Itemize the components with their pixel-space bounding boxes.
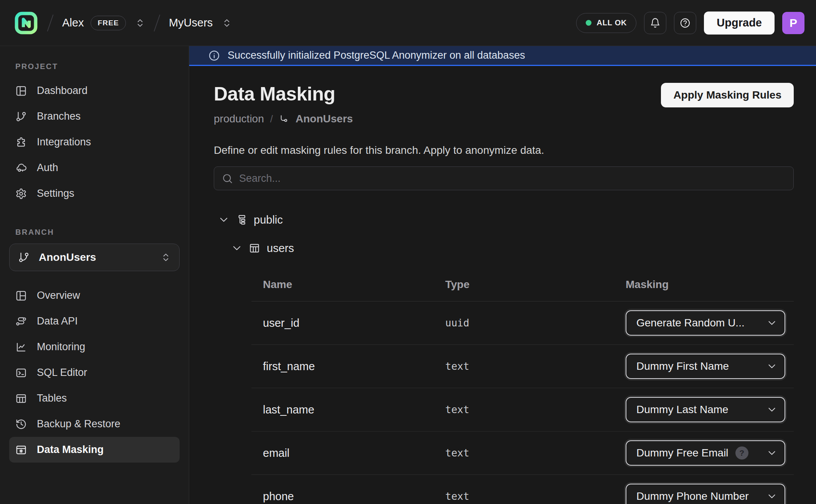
sidebar-item-label: Settings bbox=[37, 188, 74, 199]
masking-rule-select[interactable]: Dummy Free Email ? bbox=[626, 440, 785, 466]
sidebar-item[interactable]: Integrations bbox=[9, 129, 180, 155]
branch-child-icon bbox=[279, 114, 289, 124]
status-ok-dot-icon bbox=[586, 20, 591, 26]
schema-name: public bbox=[254, 214, 283, 226]
system-status-pill[interactable]: ALL OK bbox=[576, 13, 636, 33]
sidebar-item[interactable]: Settings bbox=[9, 181, 180, 206]
sidebar-item-label: Monitoring bbox=[37, 341, 85, 353]
masking-rules-table: Name Type Masking user_id uuid bbox=[251, 268, 794, 504]
sidebar-item[interactable]: Overview bbox=[9, 283, 180, 308]
sidebar-item[interactable]: Auth bbox=[9, 155, 180, 181]
plan-badge: FREE bbox=[91, 16, 126, 30]
apply-masking-rules-button[interactable]: Apply Masking Rules bbox=[661, 83, 794, 107]
masking-rule-value: Dummy Phone Number bbox=[636, 490, 749, 502]
info-icon bbox=[208, 50, 220, 61]
masking-rule-select[interactable]: Dummy Last Name bbox=[626, 397, 785, 422]
search-icon bbox=[222, 173, 233, 184]
sidebar-item[interactable]: Branches bbox=[9, 104, 180, 129]
sidebar-item-label: Overview bbox=[37, 290, 80, 301]
masking-rule-select[interactable]: Generate Random U... bbox=[626, 310, 785, 336]
sidebar-item-label: SQL Editor bbox=[37, 367, 87, 379]
sidebar-item-icon bbox=[15, 316, 27, 327]
sidebar-item-icon bbox=[15, 85, 27, 97]
section-spacer bbox=[9, 206, 180, 222]
search-box bbox=[214, 166, 794, 190]
masking-rule-select[interactable]: Dummy Phone Number bbox=[626, 484, 785, 504]
schema-tree: public users Name Type Masking bbox=[214, 211, 794, 504]
notifications-button[interactable] bbox=[644, 12, 666, 34]
sidebar-item-label: Data Masking bbox=[37, 444, 104, 456]
project-selector[interactable]: MyUsers bbox=[169, 16, 232, 29]
sidebar-item[interactable]: Data API bbox=[9, 308, 180, 334]
masking-rule-value: Dummy First Name bbox=[636, 360, 729, 372]
search-input[interactable] bbox=[239, 173, 786, 184]
column-header-type: Type bbox=[445, 278, 626, 291]
tree-row-schema[interactable]: public bbox=[214, 211, 794, 229]
sidebar-item[interactable]: Data Masking bbox=[9, 437, 180, 463]
chevron-down-icon bbox=[767, 405, 777, 415]
branch-selector[interactable]: AnonUsers bbox=[9, 244, 180, 271]
column-header-name: Name bbox=[251, 278, 445, 291]
help-icon bbox=[680, 18, 690, 28]
chevron-down-icon bbox=[767, 491, 777, 501]
sidebar-item[interactable]: Tables bbox=[9, 385, 180, 411]
column-type-cell: text bbox=[445, 447, 626, 459]
sidebar-item[interactable]: Dashboard bbox=[9, 78, 180, 104]
chevron-down-icon bbox=[767, 318, 777, 328]
status-label: ALL OK bbox=[596, 18, 627, 27]
breadcrumb-slash-icon bbox=[47, 14, 54, 31]
masking-rule-value: Dummy Last Name bbox=[636, 404, 728, 416]
column-header-masking: Masking bbox=[626, 278, 794, 291]
table-name: users bbox=[267, 242, 294, 255]
sidebar-item-icon bbox=[15, 188, 27, 199]
sidebar-item-icon bbox=[15, 444, 27, 456]
table-header-row: Name Type Masking bbox=[251, 268, 794, 301]
column-type-cell: text bbox=[445, 491, 626, 502]
help-button[interactable] bbox=[674, 12, 696, 34]
topbar-actions: ALL OK Upgrade P bbox=[576, 12, 804, 35]
table-body: user_id uuid Generate Random U... bbox=[251, 301, 794, 504]
sidebar-item-label: Backup & Restore bbox=[37, 418, 121, 430]
chevron-down-icon bbox=[767, 448, 777, 458]
success-banner: Successfully initialized PostgreSQL Anon… bbox=[189, 46, 816, 66]
neon-logo[interactable] bbox=[14, 11, 38, 35]
table-row: phone text Dummy Phone Number bbox=[251, 475, 794, 504]
column-type-cell: text bbox=[445, 404, 626, 415]
sidebar-item-icon bbox=[15, 418, 27, 430]
branch-nav-list: Overview Data API Monitoring SQL Editor bbox=[9, 283, 180, 463]
branch-section-label: BRANCH bbox=[15, 228, 173, 237]
sidebar-item[interactable]: Backup & Restore bbox=[9, 411, 180, 437]
sidebar-item-label: Auth bbox=[37, 162, 58, 174]
table-row: last_name text Dummy Last Name bbox=[251, 388, 794, 432]
sidebar-item-label: Data API bbox=[37, 315, 78, 327]
top-bar: Alex FREE MyUsers ALL OK Upgrade P bbox=[0, 0, 816, 46]
sidebar-item[interactable]: SQL Editor bbox=[9, 360, 180, 385]
page-description: Define or edit masking rules for this br… bbox=[214, 144, 794, 156]
tree-row-table[interactable]: users bbox=[214, 239, 794, 257]
chevron-down-icon[interactable] bbox=[218, 214, 229, 225]
breadcrumb-slash-icon bbox=[154, 14, 160, 31]
table-row: email text Dummy Free Email ? bbox=[251, 432, 794, 475]
sidebar-item-icon bbox=[15, 162, 27, 174]
sidebar-item-icon bbox=[15, 367, 27, 379]
schema-icon bbox=[236, 214, 247, 226]
chevrons-up-down-icon bbox=[222, 18, 232, 28]
table-icon bbox=[249, 242, 260, 254]
upgrade-button[interactable]: Upgrade bbox=[704, 12, 775, 35]
chevron-down-icon bbox=[767, 361, 777, 371]
sidebar-item-icon bbox=[15, 341, 27, 353]
org-name: Alex bbox=[62, 16, 84, 29]
chevron-down-icon[interactable] bbox=[231, 243, 242, 254]
sidebar-item[interactable]: Monitoring bbox=[9, 334, 180, 360]
column-name-cell: last_name bbox=[251, 404, 445, 416]
help-badge-icon[interactable]: ? bbox=[735, 446, 748, 460]
masking-rule-select[interactable]: Dummy First Name bbox=[626, 354, 785, 379]
column-type-cell: uuid bbox=[445, 317, 626, 329]
project-nav-list: Dashboard Branches Integrations Auth bbox=[9, 78, 180, 206]
page-title: Data Masking bbox=[214, 83, 335, 105]
org-selector[interactable]: Alex FREE bbox=[62, 16, 145, 30]
user-avatar[interactable]: P bbox=[782, 12, 804, 34]
sidebar-item-label: Tables bbox=[37, 392, 67, 404]
sidebar-item-icon bbox=[15, 111, 27, 122]
chevrons-up-down-icon bbox=[161, 252, 171, 262]
